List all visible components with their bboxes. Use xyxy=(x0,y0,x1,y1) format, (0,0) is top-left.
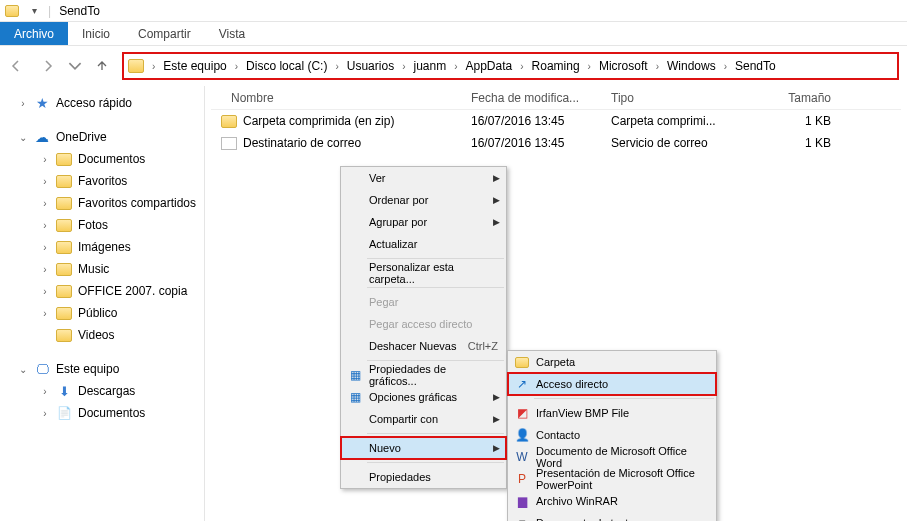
txt-icon: ≡ xyxy=(514,515,530,521)
menu-agrupar[interactable]: Agrupar por▶ xyxy=(341,211,506,233)
tree-this-pc[interactable]: ⌄ 🖵 Este equipo xyxy=(12,358,200,380)
tab-share[interactable]: Compartir xyxy=(124,22,205,45)
tree-item[interactable]: ›Público xyxy=(12,302,200,324)
tree-quick-access[interactable]: › ★ Acceso rápido xyxy=(12,92,200,114)
downloads-icon: ⬇ xyxy=(56,383,72,399)
tree-item[interactable]: ›Music xyxy=(12,258,200,280)
nav-row: › Este equipo› Disco local (C:)› Usuario… xyxy=(0,46,907,86)
breadcrumb[interactable]: Usuarios xyxy=(343,59,398,73)
context-submenu-nuevo: Carpeta ↗Acceso directo ◩IrfanView BMP F… xyxy=(507,350,717,521)
submenu-acceso-directo[interactable]: ↗Acceso directo xyxy=(508,373,716,395)
tree-item[interactable]: ›⬇Descargas xyxy=(12,380,200,402)
mail-icon xyxy=(221,137,237,150)
list-item[interactable]: Destinatario de correo 16/07/2016 13:45 … xyxy=(211,132,901,154)
breadcrumb[interactable]: Microsoft xyxy=(595,59,652,73)
tree-item[interactable]: ›Fotos xyxy=(12,214,200,236)
back-button[interactable] xyxy=(4,54,28,78)
menu-personalizar[interactable]: Personalizar esta carpeta... xyxy=(341,262,506,284)
cloud-icon: ☁ xyxy=(34,129,50,145)
ribbon-tabs: Archivo Inicio Compartir Vista xyxy=(0,22,907,46)
submenu-rar[interactable]: ▆Archivo WinRAR xyxy=(508,490,716,512)
tree-item[interactable]: Videos xyxy=(12,324,200,346)
pc-icon: 🖵 xyxy=(34,361,50,377)
zip-icon xyxy=(221,115,237,128)
overflow-icon[interactable]: ▾ xyxy=(26,3,42,19)
contact-icon: 👤 xyxy=(514,427,530,443)
menu-actualizar[interactable]: Actualizar xyxy=(341,233,506,255)
submenu-word[interactable]: WDocumento de Microsoft Office Word xyxy=(508,446,716,468)
breadcrumb[interactable]: Este equipo xyxy=(159,59,230,73)
col-size[interactable]: Tamaño xyxy=(751,91,831,105)
submenu-contacto[interactable]: 👤Contacto xyxy=(508,424,716,446)
submenu-ppt[interactable]: PPresentación de Microsoft Office PowerP… xyxy=(508,468,716,490)
submenu-carpeta[interactable]: Carpeta xyxy=(508,351,716,373)
submenu-txt[interactable]: ≡Documento de texto xyxy=(508,512,716,521)
breadcrumb[interactable]: Windows xyxy=(663,59,720,73)
tree-item[interactable]: ›📄Documentos xyxy=(12,402,200,424)
menu-nuevo[interactable]: Nuevo▶ xyxy=(341,437,506,459)
word-icon: W xyxy=(514,449,530,465)
context-menu: Ver▶ Ordenar por▶ Agrupar por▶ Actualiza… xyxy=(340,166,507,489)
chevron-right-icon: › xyxy=(18,98,28,109)
menu-opc-graficas[interactable]: ▦Opciones gráficas▶ xyxy=(341,386,506,408)
folder-icon xyxy=(4,3,20,19)
tab-home[interactable]: Inicio xyxy=(68,22,124,45)
column-headers: Nombre Fecha de modifica... Tipo Tamaño xyxy=(211,86,901,110)
tab-view[interactable]: Vista xyxy=(205,22,259,45)
forward-button[interactable] xyxy=(36,54,60,78)
folder-icon xyxy=(128,59,144,73)
nav-tree: › ★ Acceso rápido ⌄ ☁ OneDrive ›Document… xyxy=(0,86,205,521)
breadcrumb[interactable]: AppData xyxy=(462,59,517,73)
tab-file[interactable]: Archivo xyxy=(0,22,68,45)
title-bar: ▾ | SendTo xyxy=(0,0,907,22)
chevron-down-icon: ⌄ xyxy=(18,132,28,143)
star-icon: ★ xyxy=(34,95,50,111)
shortcut-icon: ↗ xyxy=(514,376,530,392)
tree-item[interactable]: ›Favoritos compartidos xyxy=(12,192,200,214)
chevron-down-icon: ⌄ xyxy=(18,364,28,375)
col-type[interactable]: Tipo xyxy=(611,91,751,105)
menu-ordenar[interactable]: Ordenar por▶ xyxy=(341,189,506,211)
menu-ver[interactable]: Ver▶ xyxy=(341,167,506,189)
col-name[interactable]: Nombre xyxy=(211,91,471,105)
breadcrumb[interactable]: juanm xyxy=(409,59,450,73)
menu-propiedades[interactable]: Propiedades xyxy=(341,466,506,488)
menu-pegar-acceso: Pegar acceso directo xyxy=(341,313,506,335)
submenu-irfan[interactable]: ◩IrfanView BMP File xyxy=(508,402,716,424)
powerpoint-icon: P xyxy=(514,471,530,487)
tree-item[interactable]: ›OFFICE 2007. copia xyxy=(12,280,200,302)
chevron-right-icon: › xyxy=(150,61,157,72)
tree-item[interactable]: ›Favoritos xyxy=(12,170,200,192)
up-button[interactable] xyxy=(90,54,114,78)
menu-compartir[interactable]: Compartir con▶ xyxy=(341,408,506,430)
graphics-icon: ▦ xyxy=(347,367,363,383)
breadcrumb[interactable]: Disco local (C:) xyxy=(242,59,331,73)
menu-deshacer[interactable]: Deshacer NuevasCtrl+Z xyxy=(341,335,506,357)
rar-icon: ▆ xyxy=(514,493,530,509)
tree-onedrive[interactable]: ⌄ ☁ OneDrive xyxy=(12,126,200,148)
breadcrumb[interactable]: Roaming xyxy=(528,59,584,73)
breadcrumb[interactable]: SendTo xyxy=(731,59,780,73)
menu-pegar: Pegar xyxy=(341,291,506,313)
graphics-icon: ▦ xyxy=(347,389,363,405)
folder-icon xyxy=(514,354,530,370)
documents-icon: 📄 xyxy=(56,405,72,421)
recent-dropdown[interactable] xyxy=(68,54,82,78)
list-item[interactable]: Carpeta comprimida (en zip) 16/07/2016 1… xyxy=(211,110,901,132)
window-title: SendTo xyxy=(59,4,100,18)
tree-item[interactable]: ›Documentos xyxy=(12,148,200,170)
menu-prop-graficos[interactable]: ▦Propiedades de gráficos... xyxy=(341,364,506,386)
col-date[interactable]: Fecha de modifica... xyxy=(471,91,611,105)
address-bar[interactable]: › Este equipo› Disco local (C:)› Usuario… xyxy=(122,52,899,80)
bmp-icon: ◩ xyxy=(514,405,530,421)
tree-item[interactable]: ›Imágenes xyxy=(12,236,200,258)
